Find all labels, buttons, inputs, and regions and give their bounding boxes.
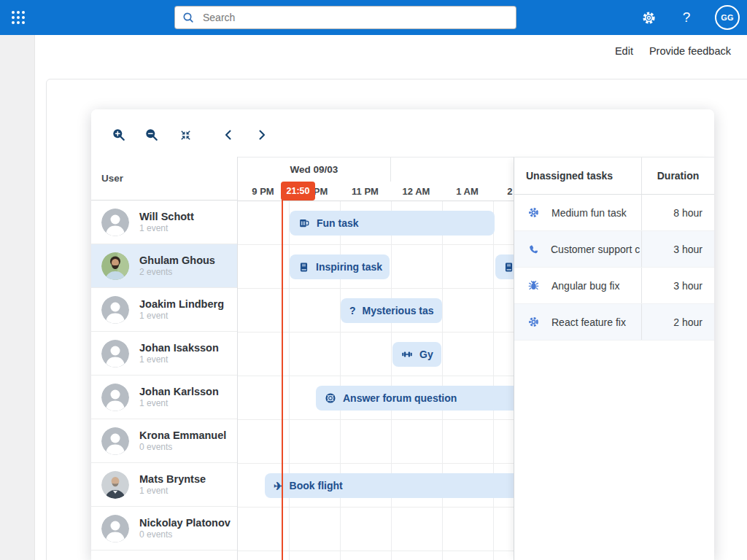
left-side-strip xyxy=(0,35,35,560)
avatar xyxy=(101,384,129,411)
unassigned-tasks-column-header: Unassigned tasks xyxy=(514,158,641,194)
unassigned-tasks-panel: Unassigned tasks Duration Medium fun tas… xyxy=(514,157,714,560)
user-name: Johan Karlsson xyxy=(139,385,219,398)
timeline-day-row: Wed 09/03 xyxy=(238,158,514,182)
phone-icon xyxy=(527,244,539,255)
avatar xyxy=(101,296,129,324)
user-name: Krona Emmanuel xyxy=(139,429,226,442)
task-row-react-feature-fix[interactable]: React feature fix 2 hour xyxy=(514,304,714,341)
zoom-in-icon[interactable] xyxy=(109,125,129,145)
user-event-count: 0 events xyxy=(139,442,226,454)
app-page: ? GG Edit Provide feedback xyxy=(0,0,747,560)
user-name: Joakim Lindberg xyxy=(139,298,224,311)
gear-icon xyxy=(527,206,540,219)
search-input[interactable] xyxy=(201,11,508,24)
user-event-count: 1 event xyxy=(139,311,224,322)
avatar-photo xyxy=(101,471,129,499)
event-label: Answer forum question xyxy=(343,392,457,404)
task-duration: 2 hour xyxy=(641,304,714,340)
user-avatar-badge[interactable]: GG xyxy=(715,5,740,30)
event-gym[interactable]: Gy xyxy=(392,342,441,367)
user-event-count: 2 events xyxy=(139,267,215,279)
user-row-joakim-lindberg[interactable]: Joakim Lindberg1 event xyxy=(91,288,237,332)
schedule-row: Answer forum question xyxy=(238,376,514,420)
user-row-krona-emmanuel[interactable]: Krona Emmanuel0 events xyxy=(91,419,237,463)
schedule-row: Fun task xyxy=(238,201,514,245)
previous-arrow-icon[interactable] xyxy=(218,125,239,145)
page-action-links: Edit Provide feedback xyxy=(35,35,747,67)
current-time-line xyxy=(282,199,283,560)
event-inspiring-task[interactable]: Inspiring task xyxy=(290,254,390,279)
schedule-row: ✈ Book flight xyxy=(238,464,514,508)
user-name: Ghulam Ghous xyxy=(139,254,215,267)
hour-tick: 11 PM xyxy=(340,182,391,201)
schedule-row: Inspiring task xyxy=(238,245,514,289)
event-clipped[interactable] xyxy=(495,254,514,279)
hour-tick: 1 AM xyxy=(442,182,493,201)
user-row-johan-karlsson[interactable]: Johan Karlsson1 event xyxy=(91,376,237,419)
event-label: Mysterious tas xyxy=(363,305,434,316)
avatar xyxy=(101,427,129,455)
user-event-count: 0 events xyxy=(139,529,231,541)
event-fun-task[interactable]: Fun task xyxy=(290,211,495,236)
user-row-johan-isaksson[interactable]: Johan Isaksson1 event xyxy=(91,332,237,376)
event-label: Gy xyxy=(419,349,433,360)
zoom-out-icon[interactable] xyxy=(142,125,162,145)
search-icon xyxy=(182,12,195,24)
schedule-row xyxy=(238,420,514,464)
user-event-count: 1 event xyxy=(139,354,219,366)
duration-column-header: Duration xyxy=(641,158,714,194)
task-duration: 3 hour xyxy=(641,231,714,267)
event-label: Inspiring task xyxy=(316,261,382,273)
top-navigation-bar: ? GG xyxy=(0,0,747,35)
provide-feedback-link[interactable]: Provide feedback xyxy=(649,45,731,57)
day-header-cell: Wed 09/03 xyxy=(238,158,391,182)
fit-timespan-icon[interactable] xyxy=(175,125,196,145)
user-row-will-schott[interactable]: Will Schott1 event xyxy=(91,201,237,244)
user-column-header: User xyxy=(91,157,237,201)
beer-mug-icon xyxy=(298,217,310,229)
user-row-ghulam-ghous[interactable]: Ghulam Ghous2 events xyxy=(91,244,237,288)
avatar xyxy=(101,209,129,236)
task-label: Customer support c xyxy=(551,244,640,255)
next-arrow-icon[interactable] xyxy=(252,125,272,145)
search-box xyxy=(174,6,516,29)
timeline-section: Wed 09/03 9 PM 10 PM 11 PM 12 AM 1 AM 2 … xyxy=(238,157,514,560)
user-event-count: 1 event xyxy=(139,486,206,497)
edit-link[interactable]: Edit xyxy=(615,45,633,57)
dumbbell-icon xyxy=(401,349,413,360)
apps-grid-icon[interactable] xyxy=(9,8,28,27)
task-label: Angular bug fix xyxy=(551,280,619,292)
gear-icon xyxy=(527,316,540,328)
schedule-row: ? Mysterious tas xyxy=(238,289,514,332)
task-row-angular-bug-fix[interactable]: Angular bug fix 3 hour xyxy=(514,268,714,304)
task-duration: 3 hour xyxy=(641,268,714,303)
avatar xyxy=(101,515,129,542)
user-column: User Will Schott1 event Ghulam Ghous2 ev… xyxy=(91,157,238,560)
event-mysterious-task[interactable]: ? Mysterious tas xyxy=(341,298,442,323)
life-ring-icon xyxy=(325,392,336,404)
schedule-row: Gy xyxy=(238,332,514,376)
user-row-mats-bryntse[interactable]: Mats Bryntse1 event xyxy=(91,463,237,507)
user-event-count: 1 event xyxy=(139,398,219,410)
event-answer-forum-question[interactable]: Answer forum question xyxy=(316,386,514,411)
help-icon[interactable]: ? xyxy=(677,8,696,27)
task-row-customer-support[interactable]: Customer support c 3 hour xyxy=(514,231,714,268)
timeline-body: Fun task Inspiring task xyxy=(238,201,514,560)
bug-icon xyxy=(527,279,540,292)
scheduler-panel: User Will Schott1 event Ghulam Ghous2 ev… xyxy=(91,109,714,560)
avatar-photo xyxy=(101,252,129,280)
unassigned-header: Unassigned tasks Duration xyxy=(514,158,714,195)
book-icon xyxy=(298,262,309,273)
event-book-flight[interactable]: ✈ Book flight xyxy=(265,473,514,498)
hour-tick: 2 AM xyxy=(493,182,514,201)
user-row-nickolay-platonov[interactable]: Nickolay Platonov0 events xyxy=(91,507,237,551)
user-name: Mats Bryntse xyxy=(139,472,206,486)
current-time-badge: 21:50 xyxy=(281,182,315,201)
task-row-medium-fun-task[interactable]: Medium fun task 8 hour xyxy=(514,195,714,231)
topbar-right-actions: ? GG xyxy=(639,0,747,35)
book-icon xyxy=(503,262,514,273)
settings-gear-icon[interactable] xyxy=(639,8,658,27)
scheduler-toolbar xyxy=(91,109,714,157)
hour-tick: 12 AM xyxy=(391,182,442,201)
